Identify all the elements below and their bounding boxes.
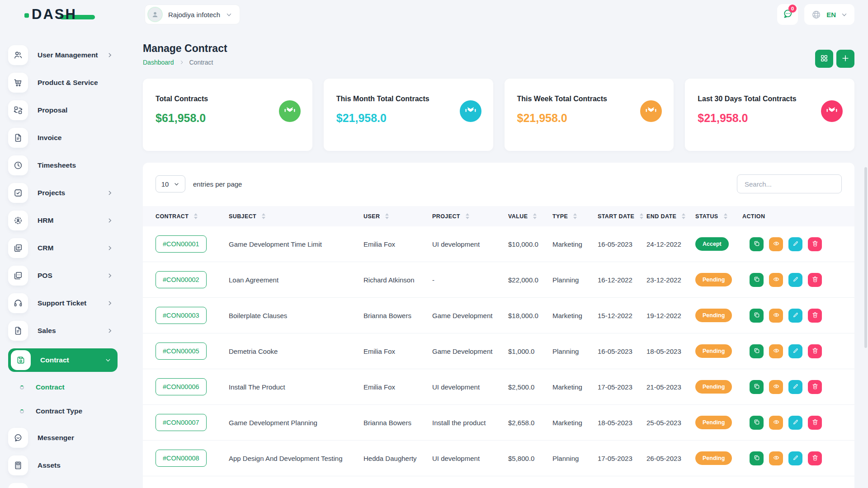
sidebar-subitem-contract[interactable]: Contract (20, 378, 136, 396)
sidebar-item-projects[interactable]: Projects (8, 183, 118, 203)
action-cell (742, 309, 854, 323)
view-button[interactable] (769, 416, 783, 430)
delete-button[interactable] (808, 309, 822, 323)
scrollbar-thumb[interactable] (864, 167, 867, 348)
delete-button[interactable] (808, 344, 822, 358)
sort-desc-icon (385, 217, 389, 219)
view-button[interactable] (769, 344, 783, 358)
contract-id-chip[interactable]: #CON00001 (156, 235, 207, 253)
sort-desc-icon (640, 217, 643, 219)
sidebar-item-proposal[interactable]: Proposal (8, 100, 118, 120)
messages-button[interactable]: 0 (777, 4, 798, 25)
edit-button[interactable] (788, 273, 802, 287)
contract-id-chip[interactable]: #CON00002 (156, 271, 207, 288)
copy-button[interactable] (750, 309, 764, 323)
end-date-cell: 23-12-2022 (646, 276, 695, 284)
table-row: #CON00003Boilerplate ClausesBrianna Bowe… (143, 298, 854, 333)
stat-card-text: Last 30 Days Total Contracts$21,958.0 (698, 95, 796, 151)
start-date-cell: 16-05-2023 (598, 240, 646, 248)
status-cell: Pending (695, 380, 742, 394)
sidebar-item-label: POS (38, 272, 52, 280)
column-header-subject[interactable]: SUBJECT (229, 213, 363, 220)
sidebar-subitem-contract-type[interactable]: Contract Type (20, 402, 136, 420)
column-header-start-date[interactable]: START DATE (598, 213, 646, 220)
table-body: #CON00001Game Development Time LimitEmil… (143, 226, 854, 476)
edit-button[interactable] (788, 309, 802, 323)
sidebar-item-pos[interactable]: POS (8, 266, 118, 286)
view-button[interactable] (769, 237, 783, 251)
sidebar-item-messenger[interactable]: Messenger (8, 428, 118, 448)
sidebar-item-partial[interactable] (8, 483, 118, 488)
delete-button[interactable] (808, 451, 822, 465)
status-badge: Pending (695, 273, 732, 286)
edit-button[interactable] (788, 451, 802, 465)
grid-view-button[interactable] (815, 50, 833, 68)
column-header-value[interactable]: VALUE (508, 213, 552, 220)
value-cell: $2,658.0 (508, 419, 552, 427)
delete-button[interactable] (808, 380, 822, 394)
copy-icon (753, 383, 760, 391)
column-header-project[interactable]: PROJECT (432, 213, 508, 220)
sidebar-item-user-management[interactable]: User Management (8, 45, 118, 65)
project-cell: UI development (432, 383, 508, 391)
sidebar-item-support-ticket[interactable]: Support Ticket (8, 293, 118, 313)
status-badge: Pending (695, 309, 732, 322)
sidebar-item-assets[interactable]: Assets (8, 455, 118, 475)
copy-button[interactable] (750, 237, 764, 251)
edit-button[interactable] (788, 416, 802, 430)
contract-id-chip[interactable]: #CON00003 (156, 307, 207, 324)
company-switcher[interactable]: Rajodiya infotech (145, 5, 240, 24)
contract-id-chip[interactable]: #CON00008 (156, 450, 207, 467)
delete-button[interactable] (808, 273, 822, 287)
edit-button[interactable] (788, 237, 802, 251)
language-switcher[interactable]: EN (804, 4, 854, 25)
type-cell: Planning (552, 455, 598, 462)
stat-icon-circle (460, 100, 481, 122)
view-button[interactable] (769, 309, 783, 323)
breadcrumb-dashboard-link[interactable]: Dashboard (143, 59, 174, 66)
sidebar-item-label: HRM (38, 216, 53, 225)
stat-card-4: Last 30 Days Total Contracts$21,958.0 (685, 79, 854, 151)
brand-logo[interactable]: DASH (32, 6, 77, 23)
view-button[interactable] (769, 273, 783, 287)
view-button[interactable] (769, 451, 783, 465)
copy-button[interactable] (750, 344, 764, 358)
sidebar-item-contract[interactable]: Contract (8, 348, 118, 372)
search-input[interactable] (737, 174, 842, 193)
sidebar-item-sales[interactable]: Sales (8, 321, 118, 341)
view-button[interactable] (769, 380, 783, 394)
table-row: #CON00006Install The ProductEmilia FoxUI… (143, 369, 854, 405)
delete-button[interactable] (808, 237, 822, 251)
head-actions (815, 50, 854, 68)
cart-icon (8, 73, 28, 93)
sidebar-item-hrm[interactable]: HRM (8, 211, 118, 230)
edit-button[interactable] (788, 380, 802, 394)
sidebar-item-invoice[interactable]: Invoice (8, 128, 118, 148)
value-cell: $2,500.0 (508, 383, 552, 391)
sidebar-item-crm[interactable]: CRM (8, 238, 118, 258)
column-header-status[interactable]: STATUS (695, 213, 742, 220)
copy-button[interactable] (750, 380, 764, 394)
copy-button[interactable] (750, 416, 764, 430)
copy-button[interactable] (750, 451, 764, 465)
sidebar-item-product-service[interactable]: Product & Service (8, 73, 118, 93)
column-header-user[interactable]: USER (363, 213, 432, 220)
copy-button[interactable] (750, 273, 764, 287)
type-cell: Marketing (552, 312, 598, 319)
contract-cell: #CON00002 (143, 271, 229, 288)
column-header-end-date[interactable]: END DATE (646, 213, 695, 220)
contract-id-chip[interactable]: #CON00006 (156, 378, 207, 395)
logo-wrap: DASH (0, 6, 136, 23)
contract-id-chip[interactable]: #CON00007 (156, 414, 207, 431)
column-header-type[interactable]: TYPE (552, 213, 598, 220)
contract-id-chip[interactable]: #CON00005 (156, 343, 207, 360)
contract-cell: #CON00008 (143, 450, 229, 467)
column-header-contract[interactable]: CONTRACT (143, 213, 229, 220)
stat-value: $61,958.0 (156, 112, 208, 125)
trash-icon (811, 347, 819, 356)
delete-button[interactable] (808, 416, 822, 430)
sidebar-item-timesheets[interactable]: Timesheets (8, 155, 118, 175)
edit-button[interactable] (788, 344, 802, 358)
add-contract-button[interactable] (836, 50, 854, 68)
entries-per-page-select[interactable]: 10 (156, 175, 185, 192)
